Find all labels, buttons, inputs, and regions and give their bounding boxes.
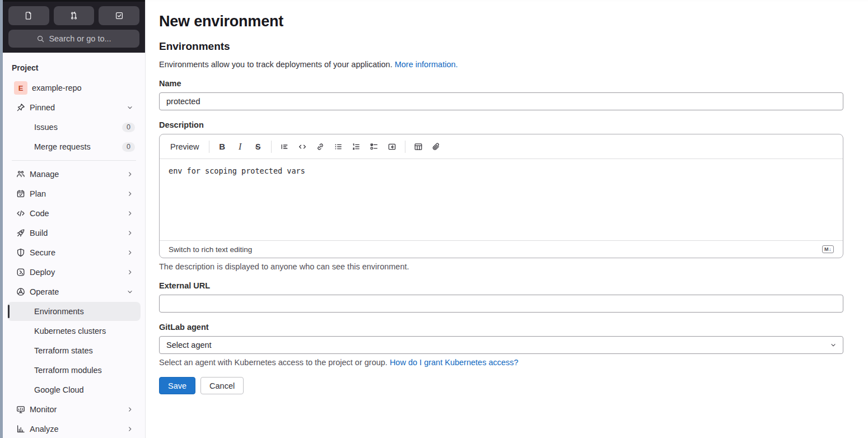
sidebar-item-terraform-modules[interactable]: Terraform modules (7, 361, 141, 380)
environments-section-title: Environments (159, 40, 843, 53)
monitor-icon (16, 405, 25, 414)
sidebar-dark-header: Search or go to... (3, 0, 145, 53)
main-content: New environment Environments Environment… (146, 0, 868, 438)
sidebar-nav: Project E example-repo Pinned Issues 0 M… (3, 53, 145, 438)
rocket-icon (16, 229, 25, 237)
chevron-right-icon (126, 190, 134, 198)
sidebar-item-operate[interactable]: Operate (7, 282, 141, 301)
code-icon (16, 209, 25, 218)
merge-requests-shortcut-button[interactable] (54, 6, 95, 25)
selected-agent-value: Select agent (166, 341, 212, 350)
page-title: New environment (159, 12, 843, 30)
users-icon (16, 170, 25, 179)
strikethrough-icon[interactable]: S (250, 138, 267, 155)
agent-help-text: Select an agent with Kubernetes access t… (159, 358, 843, 367)
search-label: Search or go to... (49, 34, 111, 43)
chevron-right-icon (126, 229, 134, 237)
project-avatar: E (14, 81, 27, 95)
table-icon[interactable] (410, 138, 427, 155)
gitlab-agent-label: GitLab agent (159, 323, 843, 332)
sidebar-item-merge-requests[interactable]: Merge requests 0 (7, 137, 141, 156)
todo-list-shortcut-button[interactable] (99, 6, 139, 25)
toolbar-divider (405, 141, 405, 153)
intro-text: Environments allow you to track deployme… (159, 60, 843, 69)
chevron-right-icon (126, 425, 134, 433)
deploy-icon (16, 268, 25, 277)
sidebar-divider (12, 160, 136, 161)
chevron-right-icon (126, 249, 134, 257)
numbered-list-icon[interactable] (348, 138, 365, 155)
chevron-down-icon (126, 288, 134, 296)
issues-shortcut-button[interactable] (8, 6, 49, 25)
external-url-input[interactable] (159, 295, 843, 313)
quote-icon[interactable] (276, 138, 293, 155)
sidebar-item-google-cloud[interactable]: Google Cloud (7, 380, 141, 399)
sidebar-item-label: Pinned (30, 103, 55, 112)
preview-tab[interactable]: Preview (165, 139, 205, 155)
cancel-button[interactable]: Cancel (200, 377, 244, 394)
chevron-right-icon (126, 406, 134, 413)
merge-requests-icon (69, 11, 78, 20)
sidebar-item-plan[interactable]: Plan (7, 184, 141, 203)
form-actions: Save Cancel (159, 377, 843, 394)
issues-icon (24, 11, 33, 20)
task-list-icon[interactable] (366, 138, 382, 155)
attach-file-icon[interactable] (428, 138, 445, 155)
chart-icon (16, 425, 25, 434)
sidebar-item-project[interactable]: E example-repo (7, 78, 141, 97)
sidebar-section-label: Project (3, 58, 145, 78)
sidebar-item-issues[interactable]: Issues 0 (7, 118, 141, 137)
bold-icon[interactable]: B (214, 138, 231, 155)
code-icon[interactable] (294, 138, 311, 155)
search-icon (36, 35, 45, 43)
pod-icon (16, 287, 25, 296)
description-help-text: The description is displayed to anyone w… (159, 262, 843, 271)
more-information-link[interactable]: More information. (395, 60, 458, 69)
chevron-down-icon (126, 104, 134, 111)
italic-icon[interactable]: I (232, 138, 249, 155)
search-input[interactable]: Search or go to... (8, 30, 139, 48)
editor-body: env for scoping protected vars (160, 159, 843, 240)
toolbar-divider (209, 141, 209, 153)
sidebar-item-analyze[interactable]: Analyze (7, 420, 141, 438)
sidebar-item-build[interactable]: Build (7, 223, 141, 243)
collapsible-section-icon[interactable] (384, 138, 400, 155)
sidebar-item-kubernetes-clusters[interactable]: Kubernetes clusters (7, 321, 141, 341)
editor-toolbar: Preview B I S (160, 134, 843, 159)
chevron-down-icon (829, 341, 837, 349)
gitlab-agent-select[interactable]: Select agent (159, 336, 843, 354)
toolbar-divider (271, 141, 272, 153)
shield-icon (16, 248, 25, 257)
merge-requests-count-badge: 0 (122, 142, 135, 152)
sidebar-item-monitor[interactable]: Monitor (7, 400, 141, 419)
chevron-right-icon (126, 170, 134, 178)
issues-count-badge: 0 (122, 123, 135, 132)
save-button[interactable]: Save (159, 377, 195, 394)
project-name: example-repo (32, 83, 82, 92)
external-url-label: External URL (159, 281, 843, 290)
sidebar-item-terraform-states[interactable]: Terraform states (7, 341, 141, 360)
sidebar-item-deploy[interactable]: Deploy (7, 263, 141, 282)
sidebar-item-manage[interactable]: Manage (7, 165, 141, 184)
todo-list-icon (115, 11, 124, 20)
sidebar-item-code[interactable]: Code (7, 204, 141, 223)
markdown-icon: M↓ (822, 245, 834, 253)
switch-rich-text-button[interactable]: Switch to rich text editing (169, 245, 252, 254)
sidebar-item-environments[interactable]: Environments (7, 302, 141, 321)
chevron-right-icon (126, 209, 134, 217)
description-label: Description (159, 120, 843, 129)
kubernetes-access-link[interactable]: How do I grant Kubernetes access? (390, 358, 519, 367)
chevron-right-icon (126, 268, 134, 276)
calendar-icon (16, 189, 25, 198)
name-input[interactable] (159, 92, 843, 110)
markdown-editor: Preview B I S env for scoping protected … (159, 134, 843, 258)
sidebar-item-pinned[interactable]: Pinned (7, 98, 141, 117)
pin-icon (16, 103, 25, 112)
sidebar-item-secure[interactable]: Secure (7, 243, 141, 262)
sidebar: Search or go to... Project E example-rep… (3, 0, 146, 438)
editor-footer: Switch to rich text editing M↓ (160, 240, 843, 258)
description-textarea[interactable]: env for scoping protected vars (169, 166, 834, 233)
link-icon[interactable] (312, 138, 329, 155)
name-label: Name (159, 79, 843, 88)
bullet-list-icon[interactable] (330, 138, 347, 155)
